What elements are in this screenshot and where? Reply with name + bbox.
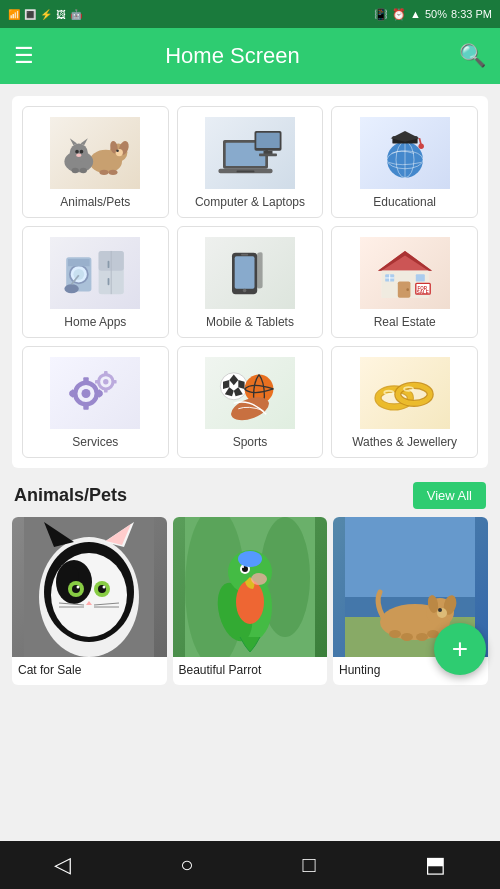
svg-rect-48 bbox=[257, 252, 262, 288]
nav-bar: ◁ ○ □ ⬒ bbox=[0, 841, 500, 889]
real-estate-image: FOR SALE bbox=[360, 237, 450, 309]
category-item-home-apps[interactable]: Home Apps bbox=[22, 226, 169, 338]
nav-home-icon[interactable]: ○ bbox=[180, 852, 193, 878]
watches-jewellery-image bbox=[360, 357, 450, 429]
svg-rect-74 bbox=[104, 371, 108, 376]
svg-point-136 bbox=[401, 633, 413, 641]
time-display: 8:33 PM bbox=[451, 8, 492, 20]
watches-jewellery-label: Wathes & Jewellery bbox=[352, 435, 457, 449]
mobile-tablets-label: Mobile & Tablets bbox=[206, 315, 294, 329]
computer-laptops-image bbox=[205, 117, 295, 189]
svg-point-73 bbox=[103, 379, 108, 384]
gallery-icon: 🖼 bbox=[56, 9, 66, 20]
services-label: Services bbox=[72, 435, 118, 449]
computer-laptops-label: Computer & Laptops bbox=[195, 195, 305, 209]
svg-point-135 bbox=[389, 630, 401, 638]
nav-back-icon[interactable]: ◁ bbox=[54, 852, 71, 878]
svg-rect-22 bbox=[256, 133, 279, 148]
svg-point-125 bbox=[238, 551, 262, 567]
parrot-listing-image bbox=[173, 517, 328, 657]
nav-share-icon[interactable]: ⬒ bbox=[425, 852, 446, 878]
svg-point-134 bbox=[438, 608, 442, 612]
educational-label: Educational bbox=[373, 195, 436, 209]
svg-point-9 bbox=[70, 144, 88, 162]
svg-rect-65 bbox=[84, 403, 89, 409]
educational-image bbox=[360, 117, 450, 189]
category-item-educational[interactable]: Educational bbox=[331, 106, 478, 218]
svg-point-104 bbox=[77, 586, 80, 589]
android-icon: 🤖 bbox=[70, 9, 82, 20]
main-content: Animals/Pets bbox=[0, 84, 500, 841]
listings-row: Cat for Sale bbox=[0, 517, 500, 685]
status-bar: 📶 🔳 ⚡ 🖼 🤖 📳 ⏰ ▲ 50% 8:33 PM bbox=[0, 0, 500, 28]
svg-rect-47 bbox=[241, 254, 248, 256]
app-header: ☰ Home Screen 🔍 bbox=[0, 28, 500, 84]
animals-section-header: Animals/Pets View All bbox=[0, 468, 500, 517]
svg-point-124 bbox=[251, 573, 267, 585]
category-item-sports[interactable]: Sports bbox=[177, 346, 324, 458]
alarm-icon: ⏰ bbox=[392, 8, 406, 21]
svg-point-54 bbox=[406, 288, 409, 291]
svg-text:SALE: SALE bbox=[416, 290, 428, 295]
svg-rect-41 bbox=[108, 278, 110, 285]
svg-point-5 bbox=[116, 149, 119, 152]
svg-point-12 bbox=[76, 150, 80, 154]
svg-point-16 bbox=[80, 168, 87, 173]
battery-percent: 50% bbox=[425, 8, 447, 20]
home-apps-image bbox=[50, 237, 140, 309]
animals-section-title: Animals/Pets bbox=[14, 485, 127, 506]
svg-rect-127 bbox=[345, 517, 475, 597]
listing-card-parrot[interactable]: Beautiful Parrot bbox=[173, 517, 328, 685]
svg-rect-36 bbox=[68, 259, 90, 266]
svg-point-42 bbox=[65, 284, 79, 293]
fab-button[interactable]: + bbox=[434, 623, 486, 675]
listing-card-cat[interactable]: Cat for Sale bbox=[12, 517, 167, 685]
svg-point-123 bbox=[242, 566, 244, 568]
svg-point-6 bbox=[100, 170, 109, 175]
cat-listing-image bbox=[12, 517, 167, 657]
view-all-button[interactable]: View All bbox=[413, 482, 486, 509]
services-image bbox=[50, 357, 140, 429]
svg-point-63 bbox=[82, 389, 91, 398]
animals-pets-image bbox=[50, 117, 140, 189]
sim-icon: 📶 bbox=[8, 9, 20, 20]
real-estate-label: Real Estate bbox=[374, 315, 436, 329]
sports-label: Sports bbox=[233, 435, 268, 449]
svg-point-137 bbox=[416, 633, 428, 641]
svg-point-105 bbox=[103, 586, 106, 589]
category-item-computer-laptops[interactable]: Computer & Laptops bbox=[177, 106, 324, 218]
signal-icon: ▲ bbox=[410, 8, 421, 20]
svg-point-46 bbox=[243, 289, 247, 293]
svg-rect-75 bbox=[104, 388, 108, 393]
category-item-animals-pets[interactable]: Animals/Pets bbox=[22, 106, 169, 218]
listings-wrapper: Cat for Sale bbox=[0, 517, 500, 685]
usb-icon: ⚡ bbox=[40, 9, 52, 20]
svg-rect-24 bbox=[259, 153, 277, 156]
category-item-real-estate[interactable]: FOR SALE Real Estate bbox=[331, 226, 478, 338]
svg-point-14 bbox=[76, 153, 81, 157]
status-left-icons: 📶 🔳 ⚡ 🖼 🤖 bbox=[8, 9, 82, 20]
status-right-info: 📳 ⏰ ▲ 50% 8:33 PM bbox=[374, 8, 492, 21]
categories-grid: Animals/Pets bbox=[22, 106, 478, 458]
svg-rect-45 bbox=[235, 256, 255, 288]
svg-point-35 bbox=[74, 269, 85, 280]
svg-rect-77 bbox=[95, 380, 100, 384]
category-item-services[interactable]: Services bbox=[22, 346, 169, 458]
mobile-tablets-image bbox=[205, 237, 295, 309]
svg-rect-58 bbox=[415, 274, 424, 281]
wifi-icon: 🔳 bbox=[24, 9, 36, 20]
vibrate-icon: 📳 bbox=[374, 8, 388, 21]
categories-section: Animals/Pets bbox=[12, 96, 488, 468]
svg-point-7 bbox=[109, 170, 118, 175]
home-apps-label: Home Apps bbox=[64, 315, 126, 329]
sports-image bbox=[205, 357, 295, 429]
nav-recent-icon[interactable]: □ bbox=[302, 852, 315, 878]
category-item-watches-jewellery[interactable]: Wathes & Jewellery bbox=[331, 346, 478, 458]
cat-listing-title: Cat for Sale bbox=[12, 657, 167, 685]
svg-point-32 bbox=[418, 144, 423, 149]
animals-pets-label: Animals/Pets bbox=[60, 195, 130, 209]
search-icon[interactable]: 🔍 bbox=[459, 43, 486, 69]
parrot-listing-title: Beautiful Parrot bbox=[173, 657, 328, 685]
svg-point-13 bbox=[80, 150, 84, 154]
category-item-mobile-tablets[interactable]: Mobile & Tablets bbox=[177, 226, 324, 338]
